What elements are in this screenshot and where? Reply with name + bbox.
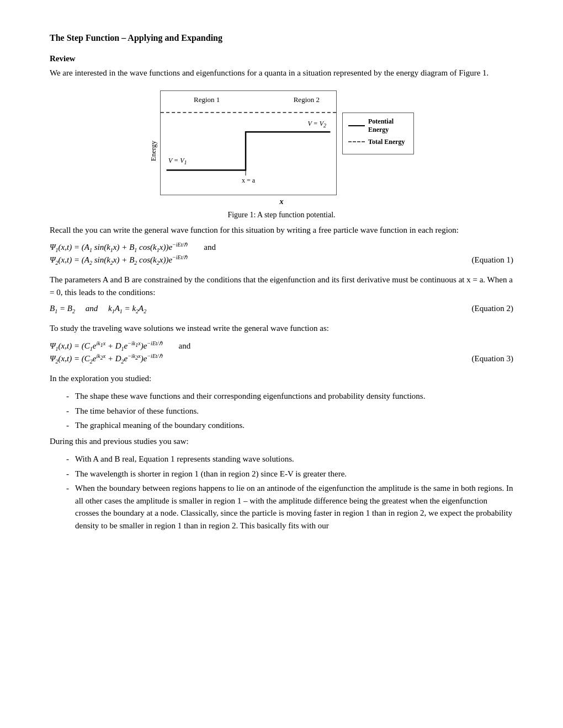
exploration-section: In the exploration you studied: The shap… [50, 372, 513, 432]
eq3a-math: Ψ1(x,t) = (C1eik1x + D1e−ik1x)e−iEt/ℏ [50, 340, 162, 352]
legend-solid-line [348, 125, 365, 126]
during-intro: During this and previous studies you saw… [50, 435, 513, 448]
eq2-row: B1 = B2 and k1A1 = k2A2 (Equation 2) [50, 304, 513, 314]
during-bullet-1: With A and B real, Equation 1 represents… [66, 453, 513, 465]
recall-paragraph: Recall the you can write the general wav… [50, 224, 513, 237]
page-title: The Step Function – Applying and Expandi… [50, 33, 513, 43]
eq3a-and: and [179, 341, 191, 351]
legend-dashed-item: Total Energy [348, 138, 408, 147]
eq1a-and: and [204, 243, 216, 252]
eq3b-row: Ψ2(x,t) = (C2eik2x + D2e−ik2x)e−iEt/ℏ (E… [50, 353, 513, 365]
exploration-bullet-2: The time behavior of these functions. [66, 405, 513, 417]
potential-svg [161, 91, 336, 195]
exploration-bullet-3: The graphical meaning of the boundary co… [66, 419, 513, 432]
review-intro: We are interested in the wave functions … [50, 67, 513, 79]
eq1b-math: Ψ2(x,t) = (A2 sin(k2x) + B2 cos(k2x))e−i… [50, 254, 187, 266]
eq1b-row: Ψ2(x,t) = (A2 sin(k2x) + B2 cos(k2x))e−i… [50, 254, 513, 266]
equations-block-3: Ψ1(x,t) = (C1eik1x + D1e−ik1x)e−iEt/ℏ an… [50, 340, 513, 365]
legend-box: Potential Energy Total Energy [342, 113, 414, 155]
params-text: The parameters A and B are constrained b… [50, 274, 513, 298]
eq2-math: B1 = B2 and k1A1 = k2A2 [50, 304, 146, 314]
energy-label-vertical: Energy [149, 141, 158, 161]
eq2-label: (Equation 2) [472, 304, 513, 313]
diagram-area: Energy Region 1 Region 2 V = V1 V = V2 x… [149, 90, 414, 195]
exploration-list: The shape these wave functions and their… [66, 390, 513, 432]
review-heading: Review [50, 54, 513, 63]
during-bullet-3: When the boundary between regions happen… [66, 482, 513, 532]
during-bullet-2: The wavelength is shorter in region 1 (t… [66, 468, 513, 480]
exploration-bullet-1: The shape these wave functions and their… [66, 390, 513, 403]
diagram-box: Region 1 Region 2 V = V1 V = V2 x = a [160, 90, 337, 195]
legend-solid-item: Potential Energy [348, 117, 408, 135]
exploration-intro: In the exploration you studied: [50, 372, 513, 385]
legend-dashed-label: Total Energy [368, 138, 405, 147]
eq1a-row: Ψ1(x,t) = (A1 sin(k1x) + B1 cos(k1x))e−i… [50, 242, 513, 253]
figure-caption: Figure 1: A step function potential. [227, 211, 335, 220]
eq3b-math: Ψ2(x,t) = (C2eik2x + D2e−ik2x)e−iEt/ℏ [50, 353, 162, 365]
review-section: Review We are interested in the wave fun… [50, 54, 513, 79]
figure-wrap: Energy Region 1 Region 2 V = V1 V = V2 x… [149, 90, 414, 220]
traveling-text: To study the traveling wave solutions we… [50, 322, 513, 335]
legend-solid-label: Potential Energy [368, 117, 408, 135]
legend-dashed-line [348, 141, 365, 142]
x-axis-label: x [280, 197, 284, 206]
equations-block-1: Ψ1(x,t) = (A1 sin(k1x) + B1 cos(k1x))e−i… [50, 242, 513, 266]
figure-container: Energy Region 1 Region 2 V = V1 V = V2 x… [50, 90, 513, 220]
during-list: With A and B real, Equation 1 represents… [66, 453, 513, 532]
during-section: During this and previous studies you saw… [50, 435, 513, 532]
eq1-label: (Equation 1) [472, 255, 513, 265]
eq3-label: (Equation 3) [472, 354, 513, 363]
eq1a-math: Ψ1(x,t) = (A1 sin(k1x) + B1 cos(k1x))e−i… [50, 242, 187, 253]
equation2-block: B1 = B2 and k1A1 = k2A2 (Equation 2) [50, 304, 513, 314]
eq3a-row: Ψ1(x,t) = (C1eik1x + D1e−ik1x)e−iEt/ℏ an… [50, 340, 513, 352]
